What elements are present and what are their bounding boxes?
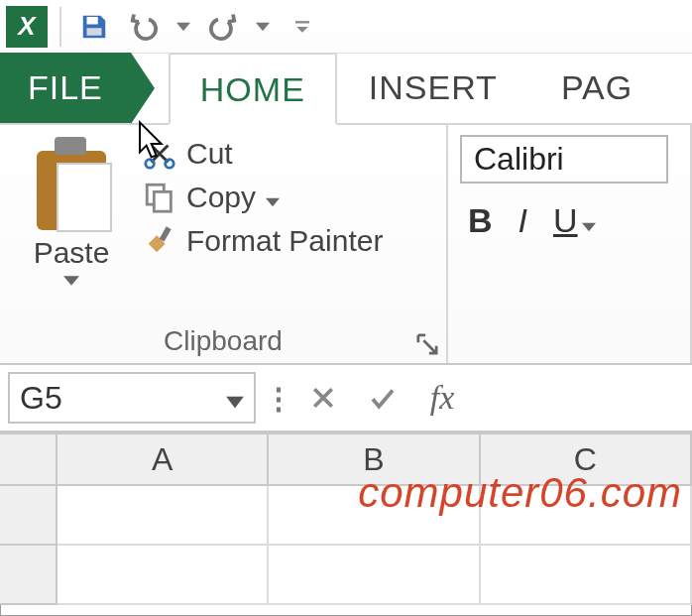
italic-label: I: [519, 201, 527, 239]
format-painter-button[interactable]: Format Painter: [139, 222, 387, 260]
column-headers-row: A B C: [0, 432, 692, 486]
ribbon: Paste Cut Copy: [0, 125, 692, 365]
cell-b1[interactable]: [269, 486, 480, 546]
col-label: C: [574, 441, 597, 478]
cell-c2[interactable]: [481, 546, 692, 605]
clipboard-group-label: Clipboard: [12, 319, 434, 359]
underline-label: U: [553, 201, 578, 240]
cut-label: Cut: [186, 137, 233, 171]
font-style-row: B I U: [460, 201, 678, 240]
formula-bar-row: G5 ⋮ fx: [0, 365, 692, 432]
copy-dropdown-icon[interactable]: [266, 181, 280, 214]
tab-insert-label: INSERT: [369, 68, 498, 106]
scissors-icon: [143, 137, 176, 171]
tab-file[interactable]: FILE: [0, 53, 131, 123]
col-label: A: [152, 441, 173, 478]
format-painter-label: Format Painter: [186, 224, 383, 258]
font-name-value: Calibri: [474, 141, 564, 177]
cell-a2[interactable]: [58, 546, 269, 605]
paintbrush-icon: [143, 224, 176, 258]
copy-button[interactable]: Copy: [139, 179, 387, 216]
redo-icon: [208, 12, 238, 42]
paste-icon: [33, 137, 110, 232]
name-box-value: G5: [20, 380, 62, 417]
tab-page-label: PAG: [561, 68, 633, 106]
cancel-formula-button[interactable]: [293, 383, 353, 413]
separator: [59, 7, 61, 47]
clipboard-dialog-launcher[interactable]: [416, 333, 438, 355]
redo-button[interactable]: [202, 6, 244, 48]
paste-dropdown[interactable]: [63, 272, 79, 290]
column-header-a[interactable]: A: [58, 434, 269, 484]
fx-label: fx: [430, 379, 455, 417]
clipboard-content: Paste Cut Copy: [12, 133, 434, 319]
redo-dropdown[interactable]: [252, 6, 274, 48]
tab-home[interactable]: HOME: [169, 53, 337, 125]
grid-row-1: [0, 486, 692, 546]
ribbon-group-clipboard: Paste Cut Copy: [0, 125, 448, 363]
check-icon: [368, 383, 398, 413]
svg-rect-7: [160, 226, 172, 241]
svg-rect-0: [87, 17, 98, 25]
tab-home-label: HOME: [200, 70, 305, 108]
bold-label: B: [468, 201, 493, 239]
copy-label: Copy: [186, 181, 256, 214]
clipboard-small-buttons: Cut Copy Format Painter: [131, 133, 387, 319]
italic-button[interactable]: I: [519, 201, 527, 240]
column-header-b[interactable]: B: [269, 434, 480, 484]
tab-file-label: FILE: [28, 68, 103, 106]
font-content: Calibri B I U: [460, 133, 678, 240]
name-box[interactable]: G5: [8, 372, 256, 424]
name-box-dropdown[interactable]: [226, 380, 244, 417]
bold-button[interactable]: B: [468, 201, 493, 240]
undo-button[interactable]: [123, 6, 165, 48]
cell-a1[interactable]: [58, 486, 269, 546]
paste-button[interactable]: Paste: [12, 133, 131, 319]
worksheet-area: A B C: [0, 432, 692, 605]
ribbon-tabs: FILE HOME INSERT PAG: [0, 54, 692, 125]
svg-rect-1: [87, 28, 102, 36]
cell-b2[interactable]: [269, 546, 480, 605]
enter-formula-button[interactable]: [353, 383, 412, 413]
quick-access-toolbar: [0, 0, 692, 54]
underline-button[interactable]: U: [553, 201, 596, 240]
col-label: B: [363, 441, 384, 478]
grid-row-2: [0, 546, 692, 605]
row-header-2[interactable]: [0, 546, 58, 605]
svg-rect-2: [295, 21, 309, 23]
tab-insert[interactable]: INSERT: [337, 51, 529, 123]
column-header-c[interactable]: C: [481, 434, 692, 484]
excel-logo-icon: [6, 6, 48, 48]
undo-dropdown[interactable]: [173, 6, 194, 48]
save-button[interactable]: [73, 6, 115, 48]
x-icon: [308, 383, 338, 413]
row-header-1[interactable]: [0, 486, 58, 546]
svg-rect-6: [154, 191, 171, 211]
tab-page-layout[interactable]: PAG: [529, 51, 664, 123]
underline-dropdown-icon[interactable]: [582, 201, 596, 240]
ribbon-group-font: Calibri B I U: [448, 125, 692, 363]
save-icon: [79, 12, 109, 42]
customize-qat-dropdown[interactable]: [291, 6, 313, 48]
copy-icon: [143, 181, 176, 214]
font-name-combobox[interactable]: Calibri: [460, 135, 668, 184]
select-all-corner[interactable]: [0, 434, 58, 484]
svg-point-4: [166, 160, 174, 169]
cut-button[interactable]: Cut: [139, 135, 387, 173]
insert-function-button[interactable]: fx: [412, 379, 472, 417]
svg-point-3: [146, 160, 155, 169]
undo-icon: [129, 12, 159, 42]
paste-label: Paste: [34, 236, 110, 270]
cell-c1[interactable]: [481, 486, 692, 546]
resize-handle-icon[interactable]: ⋮: [264, 381, 293, 416]
